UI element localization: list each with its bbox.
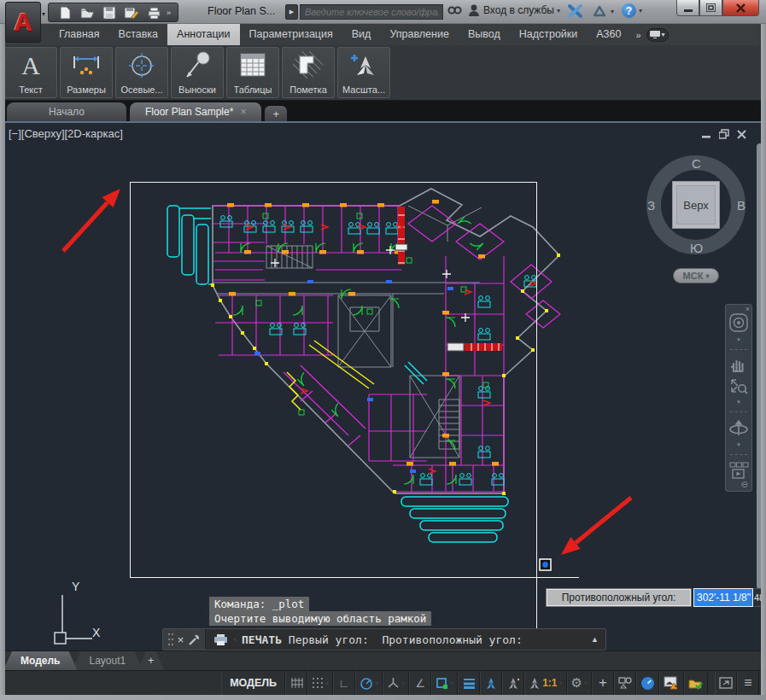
panel-centerlines[interactable]: Осевые... [115,47,168,98]
workspace-switching-button[interactable]: ⚙ ▾ [567,671,592,695]
viewcube-north[interactable]: С [692,156,701,171]
tab-annotate[interactable]: Аннотации [167,24,239,45]
panel-text[interactable]: A Текст [4,47,57,98]
model-space-button[interactable]: МОДЕЛЬ [221,671,285,695]
dynamic-input-value[interactable]: 302'-11 1/8" [693,588,753,607]
doc-close-icon[interactable] [737,129,746,139]
isoplane-caret-icon[interactable]: ▾ [401,680,405,687]
viewcube-ucs-menu[interactable]: МСК ▾ [673,268,719,283]
background-publish-button[interactable] [659,671,684,695]
close-button[interactable] [722,0,759,16]
annotation-autoscale-button[interactable] [502,671,524,695]
isometric-drafting-button[interactable]: ▾ [383,671,409,695]
file-tab-start[interactable]: Начало [7,102,126,121]
snap-mode-button[interactable]: ▾ [307,671,333,695]
panel-tables[interactable]: Таблицы [226,47,279,98]
search-input[interactable] [300,4,443,20]
tab-home[interactable]: Главная [50,24,109,45]
ribbon-overflow-icon[interactable]: » [635,30,640,40]
grid-display-button[interactable] [285,671,307,695]
signin-label: Вход в службы [483,4,554,16]
tab-output[interactable]: Вывод [459,24,510,45]
doc-minimize-icon[interactable] [702,129,711,139]
zoom-caret-icon[interactable]: ▾ [737,399,740,405]
clean-screen-button[interactable] [715,671,737,695]
annotation-scale-icon [529,677,541,690]
command-line[interactable]: × ▾ ПЕЧАТЬ Первый угол: Противоположный … [162,628,606,650]
signin-control[interactable]: Вход в службы ▾ [468,3,560,17]
customize-wrench-icon[interactable] [188,633,201,646]
plot-icon[interactable] [144,4,163,20]
viewcube-top-face[interactable]: Верх [672,181,720,229]
viewcube-east[interactable]: В [737,198,746,213]
polar-tracking-button[interactable]: ▾ [355,671,383,695]
a360-icon[interactable]: ▾ [591,3,614,19]
application-menu-button[interactable]: A [5,2,41,43]
minimize-button[interactable] [676,0,699,16]
pan-hand-icon[interactable] [729,356,748,373]
tab-model[interactable]: Модель [3,651,77,670]
tab-parametric[interactable]: Параметризация [240,24,342,45]
panel-leaders[interactable]: Выноски [171,47,224,98]
orbit-icon[interactable] [728,418,749,437]
drag-handle-icon[interactable] [167,633,173,646]
orbit-caret-icon[interactable]: ▾ [737,441,740,448]
zoom-extents-icon[interactable] [729,377,748,394]
qat-more-icon[interactable]: » [167,9,171,17]
viewcube-west[interactable]: З [647,198,655,213]
new-drawing-tab-button[interactable]: + [265,106,287,121]
panel-dimension[interactable]: Размеры [60,47,113,98]
command-history-toggle-icon[interactable]: ▲ [591,635,605,644]
navbar-close-icon[interactable]: × [746,305,750,313]
command-options-caret-icon[interactable]: ▾ [233,636,237,644]
expand-search-icon[interactable]: ▶ [285,4,298,20]
tab-addins[interactable]: Надстройки [510,24,588,45]
snap-caret-icon[interactable]: ▾ [325,680,329,687]
navbar-menu-icon[interactable]: ⊖ [741,480,748,489]
wheel-caret-icon[interactable]: ▾ [737,336,740,343]
tab-a360[interactable]: A360 [587,24,630,45]
fullscreen-icon [719,677,733,689]
lineweight-button[interactable] [458,671,480,695]
doc-restore-icon[interactable] [719,129,729,139]
open-documents-button[interactable] [684,671,708,695]
workspace-caret-icon[interactable]: ▾ [584,680,588,687]
file-tab-drawing[interactable]: Floor Plan Sample* × [130,102,261,121]
annotation-visibility-button[interactable] [480,671,502,695]
tab-manage[interactable]: Управление [380,24,459,45]
panel-markup[interactable]: Пометка [282,47,335,98]
new-file-icon[interactable] [56,4,74,20]
ribbon-display-toggle[interactable]: ▾ [646,28,669,42]
open-file-icon[interactable] [78,4,96,20]
exchange-apps-icon[interactable] [567,3,584,19]
save-as-icon[interactable] [122,4,141,20]
tab-layout1[interactable]: Layout1 [72,651,143,670]
annotation-monitor-button[interactable]: + [592,671,614,695]
polar-caret-icon[interactable]: ▾ [375,680,378,687]
help-control[interactable]: ? ▾ [622,3,642,18]
viewcube-south[interactable]: Ю [690,241,703,255]
osnap-caret-icon[interactable]: ▾ [450,680,453,687]
viewport-controls[interactable]: [−][Сверху][2D-каркас] [9,127,123,140]
navigation-wheel-icon[interactable] [729,313,748,332]
object-snap-button[interactable]: ▾ [431,671,458,695]
object-snap-tracking-button[interactable]: ∠ [409,671,431,695]
isolate-objects-button[interactable] [614,671,636,695]
new-layout-button[interactable]: + [137,651,164,670]
annotation-scale-button[interactable]: 1:1 ▾ [524,671,566,695]
scale-caret-icon[interactable]: ▾ [559,680,563,687]
graphics-performance-button[interactable] [636,671,659,695]
save-icon[interactable] [100,4,119,20]
tab-view[interactable]: Вид [342,24,381,45]
panel-annotation-scaling[interactable]: Масшта... [337,47,390,98]
search-go-icon[interactable] [447,3,463,17]
command-close-icon[interactable]: × [178,633,184,646]
command-line-grip[interactable]: × [163,629,206,650]
command-prompt[interactable]: Первый угол: Противоположный угол: [282,633,529,646]
file-tab-close-icon[interactable]: × [240,106,246,118]
ortho-mode-button[interactable]: ∟ [333,671,355,695]
tab-insert[interactable]: Вставка [109,24,167,45]
showmotion-icon[interactable] [728,461,749,480]
restore-button[interactable] [699,0,722,16]
customization-menu-button[interactable]: ≡ [737,671,759,695]
